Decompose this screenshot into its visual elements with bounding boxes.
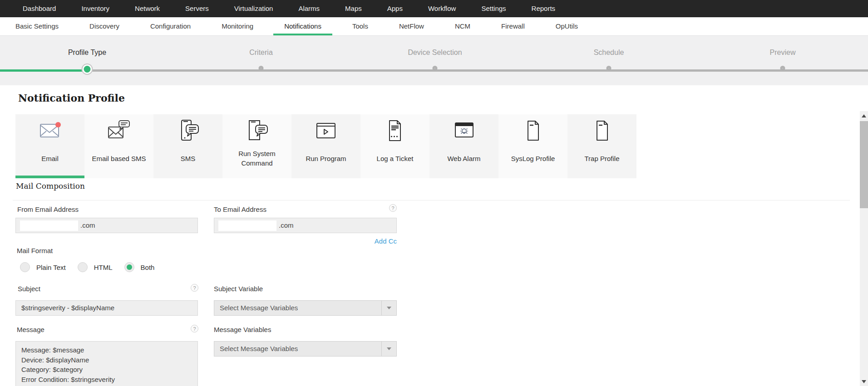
top-nav-item-reports[interactable]: Reports	[519, 0, 568, 17]
tile-label: Email	[18, 148, 82, 169]
message-line: Message: $message	[21, 345, 192, 355]
trap-profile-icon	[567, 118, 636, 143]
from-email-input[interactable]: .com	[15, 218, 198, 233]
tile-email[interactable]: Email	[15, 114, 84, 178]
subject-variable-dropdown-value: Select Message Variables	[214, 301, 396, 315]
sub-nav-item-monitoring[interactable]: Monitoring	[206, 17, 269, 35]
top-nav-item-apps[interactable]: Apps	[375, 0, 415, 17]
sub-nav-item-discovery[interactable]: Discovery	[74, 17, 135, 35]
top-nav-item-maps[interactable]: Maps	[332, 0, 375, 17]
tile-label: SMS	[156, 148, 220, 169]
section-title-mail-composition: Mail Composition	[16, 181, 85, 191]
step-profile-type[interactable]: Profile Type	[28, 36, 146, 57]
step-criteria[interactable]: Criteria	[202, 36, 320, 57]
step-device-selection[interactable]: Device Selection	[376, 36, 494, 57]
subject-value: $stringseverity - $displayName	[16, 301, 197, 315]
message-line: Device: $displayName	[21, 355, 192, 365]
message-variables-label: Message Variables	[214, 326, 271, 333]
sub-nav-item-oputils[interactable]: OpUtils	[540, 17, 593, 35]
subject-help-icon[interactable]: ?	[191, 284, 198, 292]
redacted-to-email-value	[218, 220, 276, 231]
tile-trap-profile[interactable]: Trap Profile	[567, 114, 636, 178]
tile-log-a-ticket[interactable]: Log a Ticket	[360, 114, 429, 178]
top-nav-item-settings[interactable]: Settings	[469, 0, 518, 17]
sub-nav-item-tools[interactable]: Tools	[337, 17, 384, 35]
message-variables-dropdown-value: Select Message Variables	[214, 342, 396, 356]
add-cc-link[interactable]: Add Cc	[214, 237, 397, 245]
radio-plain-text[interactable]	[20, 262, 30, 272]
message-variables-dropdown[interactable]: Select Message Variables	[214, 341, 397, 357]
sub-nav-item-firewall[interactable]: Firewall	[486, 17, 540, 35]
scroll-down-arrow-icon[interactable]	[860, 378, 868, 385]
to-email-input[interactable]: .com	[214, 218, 397, 233]
stepper-progress-line	[0, 69, 87, 72]
step-label: Criteria	[202, 49, 320, 57]
radio-html[interactable]	[78, 262, 88, 272]
section-divider	[13, 200, 850, 200]
email-sms-icon	[84, 118, 153, 143]
top-nav: Dashboard Inventory Network Servers Virt…	[0, 0, 868, 17]
tile-run-program[interactable]: Run Program	[291, 114, 360, 178]
run-program-icon	[291, 118, 360, 143]
sub-nav-item-ncm[interactable]: NCM	[439, 17, 486, 35]
tile-label: Run Program	[294, 148, 358, 169]
chevron-down-icon[interactable]	[381, 301, 396, 315]
tile-email-based-sms[interactable]: Email based SMS	[84, 114, 153, 178]
scrollbar-thumb[interactable]	[860, 121, 868, 208]
tile-web-alarm[interactable]: Web Alarm	[429, 114, 498, 178]
step-dot-icon	[259, 66, 264, 71]
vertical-scrollbar[interactable]	[860, 111, 868, 386]
step-label: Profile Type	[28, 49, 146, 57]
mail-format-label: Mail Format	[17, 247, 53, 254]
tile-run-system-command[interactable]: Run System Command	[222, 114, 291, 178]
subject-variable-dropdown[interactable]: Select Message Variables	[214, 300, 397, 316]
top-nav-item-dashboard[interactable]: Dashboard	[10, 0, 69, 17]
sub-nav-item-basic-settings[interactable]: Basic Settings	[0, 17, 74, 35]
chevron-down-icon[interactable]	[381, 342, 396, 356]
subject-variable-label: Subject Variable	[214, 285, 263, 293]
profile-type-tiles: Email Email based SMS	[15, 114, 636, 178]
step-schedule[interactable]: Schedule	[550, 36, 668, 57]
radio-both-label: Both	[141, 264, 155, 271]
radio-html-label: HTML	[94, 264, 113, 271]
tile-syslog-profile[interactable]: SysLog Profile	[498, 114, 567, 178]
sub-nav-item-notifications[interactable]: Notifications	[269, 17, 337, 35]
radio-both[interactable]	[124, 262, 134, 272]
web-alarm-icon	[429, 118, 498, 143]
top-nav-item-alarms[interactable]: Alarms	[286, 0, 332, 17]
tile-label: Web Alarm	[432, 148, 496, 169]
top-nav-item-network[interactable]: Network	[122, 0, 173, 17]
to-email-help-icon[interactable]: ?	[389, 204, 397, 212]
sub-nav: Basic Settings Discovery Configuration M…	[0, 17, 868, 36]
step-dot-icon	[607, 66, 612, 71]
tile-sms[interactable]: SMS	[153, 114, 222, 178]
from-email-suffix: .com	[80, 218, 95, 233]
log-ticket-icon	[360, 118, 429, 143]
step-dot-icon	[433, 66, 438, 71]
top-nav-item-servers[interactable]: Servers	[173, 0, 222, 17]
run-system-command-icon	[222, 118, 291, 143]
step-dot-active-icon	[83, 64, 92, 74]
step-label: Schedule	[550, 49, 668, 57]
step-dot-icon	[780, 66, 785, 71]
radio-plain-text-label: Plain Text	[36, 264, 66, 271]
sub-nav-item-configuration[interactable]: Configuration	[135, 17, 206, 35]
scroll-up-arrow-icon[interactable]	[860, 112, 868, 119]
syslog-profile-icon	[498, 118, 567, 143]
message-help-icon[interactable]: ?	[191, 325, 198, 332]
subject-input[interactable]: $stringseverity - $displayName	[15, 300, 198, 316]
email-icon	[15, 118, 84, 143]
message-label: Message	[17, 326, 44, 333]
message-textarea[interactable]: Message: $message Device: $displayName C…	[15, 341, 198, 386]
to-email-suffix: .com	[279, 218, 294, 233]
from-email-label: From Email Address	[17, 205, 79, 213]
step-preview[interactable]: Preview	[724, 36, 842, 57]
tile-label: Trap Profile	[570, 148, 634, 169]
top-nav-item-workflow[interactable]: Workflow	[415, 0, 469, 17]
sub-nav-item-netflow[interactable]: NetFlow	[384, 17, 439, 35]
top-nav-item-inventory[interactable]: Inventory	[69, 0, 122, 17]
top-nav-item-virtualization[interactable]: Virtualization	[222, 0, 286, 17]
wizard-stepper: Profile Type Criteria Device Selection S…	[0, 36, 868, 85]
tile-label: SysLog Profile	[501, 148, 565, 169]
tile-label: Email based SMS	[87, 148, 151, 169]
